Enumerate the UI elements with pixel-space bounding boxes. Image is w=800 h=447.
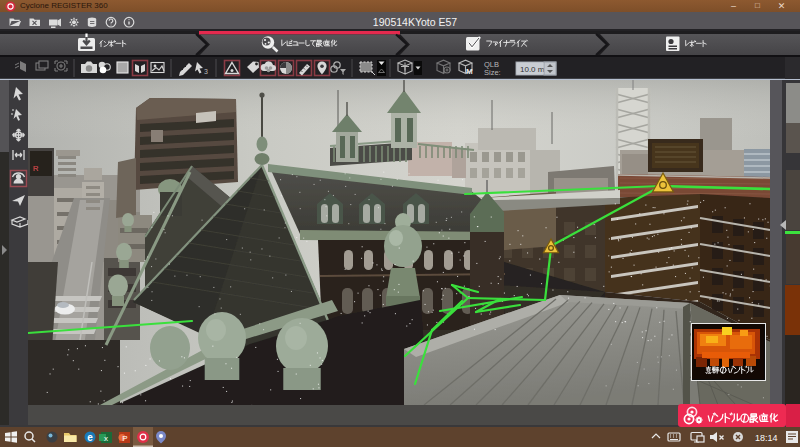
svg-text:18:14: 18:14 xyxy=(755,433,778,443)
svg-text:10.0 m: 10.0 m xyxy=(520,65,545,74)
svg-text:M: M xyxy=(466,67,473,76)
svg-text:3: 3 xyxy=(204,68,208,75)
svg-text:Size:: Size: xyxy=(484,68,501,77)
svg-text:e: e xyxy=(87,432,93,443)
svg-text:x: x xyxy=(104,434,108,443)
svg-text:P: P xyxy=(122,434,127,443)
svg-text:R: R xyxy=(33,164,39,173)
